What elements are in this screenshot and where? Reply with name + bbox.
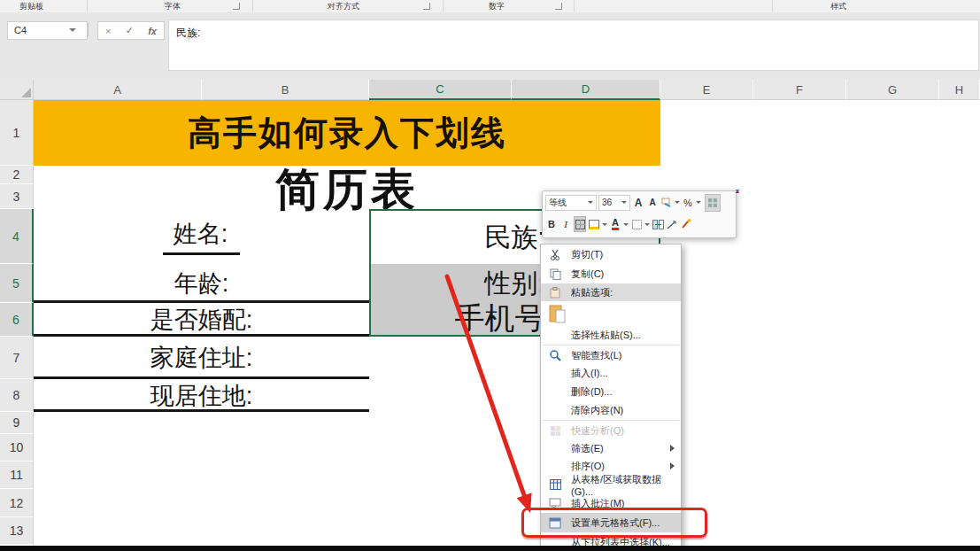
chevron-down-icon[interactable] xyxy=(644,223,650,226)
dialog-launcher-icon[interactable] xyxy=(555,3,562,10)
ribbon-group-alignment[interactable]: 对齐方式 xyxy=(328,1,359,12)
row-header-1[interactable]: 1 xyxy=(0,100,34,166)
column-header-e[interactable]: E xyxy=(660,80,753,100)
column-header-g[interactable]: G xyxy=(846,80,939,100)
ribbon-separator xyxy=(574,0,575,12)
ribbon-separator xyxy=(87,0,88,12)
excel-window: 剪贴板 字体 对齐方式 数字 样式 C4 × ✓ fx 民族: A B C D … xyxy=(0,0,980,551)
font-name-select[interactable]: 等线 xyxy=(545,195,597,211)
cell-age-label[interactable]: 年龄: xyxy=(34,264,369,303)
decrease-font-icon xyxy=(736,190,739,193)
row-header-6[interactable]: 6 xyxy=(0,303,34,337)
brush-icon xyxy=(681,219,692,229)
border-style-button[interactable] xyxy=(630,216,643,232)
format-painter-icon xyxy=(661,197,673,208)
underline-row6 xyxy=(34,334,369,337)
row-header-4[interactable]: 4 xyxy=(0,209,34,264)
insert-function-icon[interactable]: fx xyxy=(148,26,157,36)
menu-item-paste-button-row xyxy=(541,301,681,326)
cell-married-label[interactable]: 是否婚配: xyxy=(34,303,369,337)
orientation-button[interactable] xyxy=(666,216,678,232)
menu-item-get-data[interactable]: 从表格/区域获取数据(G)... xyxy=(541,475,681,494)
row-header-13[interactable]: 13 xyxy=(0,517,34,545)
name-box-caret-icon[interactable] xyxy=(69,28,76,32)
font-size-select[interactable]: 36 xyxy=(598,195,630,211)
paste-button[interactable] xyxy=(548,303,567,324)
column-header-h[interactable]: H xyxy=(939,80,980,100)
ribbon-separator xyxy=(252,0,253,12)
copy-icon xyxy=(548,267,562,281)
dialog-launcher-icon[interactable] xyxy=(233,3,240,10)
row-header-2[interactable]: 2 xyxy=(0,166,34,184)
font-color-icon: A xyxy=(612,218,619,230)
cell-name-label[interactable]: 姓名: xyxy=(34,209,369,264)
decrease-font-button[interactable]: A xyxy=(646,195,659,211)
brush-button[interactable] xyxy=(680,216,692,232)
menu-item-delete[interactable]: 删除(D)... xyxy=(541,383,681,401)
chevron-down-icon[interactable] xyxy=(602,223,607,226)
formula-input[interactable]: 民族: xyxy=(168,19,979,71)
banner-cell[interactable]: 高手如何录入下划线 xyxy=(34,100,660,166)
table-icon xyxy=(548,477,562,492)
ribbon-group-number[interactable]: 数字 xyxy=(489,1,505,12)
dialog-launcher-icon[interactable] xyxy=(423,3,430,10)
menu-item-copy[interactable]: 复制(C) xyxy=(541,264,681,283)
enter-icon[interactable]: ✓ xyxy=(126,25,134,36)
formula-buttons: × ✓ fx xyxy=(97,21,165,40)
column-header-a[interactable]: A xyxy=(34,80,202,100)
ribbon-strip: 剪贴板 字体 对齐方式 数字 样式 xyxy=(0,0,980,13)
italic-button[interactable]: I xyxy=(559,216,572,232)
column-header-f[interactable]: F xyxy=(753,80,846,100)
chevron-down-icon[interactable] xyxy=(696,201,701,204)
formula-bar-divider xyxy=(88,23,89,36)
row-header-9[interactable]: 9 xyxy=(0,412,34,434)
menu-separator xyxy=(543,420,679,421)
fill-color-button[interactable] xyxy=(588,216,600,232)
ribbon-separator xyxy=(772,0,773,12)
cell-current-address-label[interactable]: 现居住地: xyxy=(34,379,369,412)
select-all-corner[interactable] xyxy=(0,80,34,100)
paste-options-icon xyxy=(548,285,562,299)
ribbon-group-styles[interactable]: 样式 xyxy=(830,1,846,12)
row-header-10[interactable]: 10 xyxy=(0,434,34,462)
menu-item-paste-special[interactable]: 选择性粘贴(S)... xyxy=(541,326,681,344)
row-header-12[interactable]: 12 xyxy=(0,489,34,517)
borders-icon xyxy=(575,220,585,229)
font-color-button[interactable]: A xyxy=(609,216,621,232)
row-header-5[interactable]: 5 xyxy=(0,264,34,303)
column-header-b[interactable]: B xyxy=(202,80,369,100)
menu-item-filter[interactable]: 筛选(E) xyxy=(541,439,681,457)
menu-item-insert[interactable]: 插入(I)... xyxy=(541,364,681,383)
menu-item-clear-contents[interactable]: 清除内容(N) xyxy=(541,401,681,419)
merge-cells-button[interactable] xyxy=(652,216,664,232)
floating-options-button[interactable] xyxy=(705,194,721,212)
percent-style-button[interactable]: % xyxy=(682,195,694,211)
increase-font-button[interactable]: A xyxy=(632,195,644,211)
row-header-7[interactable]: 7 xyxy=(0,337,34,379)
ribbon-group-clipboard[interactable]: 剪贴板 xyxy=(19,1,43,12)
underline-row5 xyxy=(34,300,369,303)
submenu-arrow-icon xyxy=(670,462,675,470)
cell-home-address-label[interactable]: 家庭住址: xyxy=(34,337,369,379)
borders-button[interactable] xyxy=(574,216,586,232)
chevron-down-icon[interactable] xyxy=(623,223,629,226)
column-header-d[interactable]: D xyxy=(512,80,660,100)
menu-item-smart-lookup[interactable]: 智能查找(L) xyxy=(541,346,681,364)
format-painter-button[interactable] xyxy=(660,195,673,211)
chevron-down-icon xyxy=(621,201,627,204)
menu-item-quick-analysis: 快速分析(Q) xyxy=(541,422,681,439)
column-header-c[interactable]: C xyxy=(369,80,512,100)
merge-cells-icon xyxy=(652,220,664,229)
bold-button[interactable]: B xyxy=(545,216,558,232)
cut-icon xyxy=(548,247,562,261)
row-header-3[interactable]: 3 xyxy=(0,184,34,209)
annotation-highlight-box xyxy=(521,508,707,538)
chevron-down-icon[interactable] xyxy=(675,201,680,204)
row-header-11[interactable]: 11 xyxy=(0,462,34,489)
row-header-8[interactable]: 8 xyxy=(0,379,34,412)
cancel-icon[interactable]: × xyxy=(105,26,111,36)
menu-item-cut[interactable]: 剪切(T) xyxy=(541,244,681,264)
border-style-icon xyxy=(632,220,642,229)
ribbon-group-font[interactable]: 字体 xyxy=(165,1,181,12)
ribbon-separator xyxy=(443,0,444,12)
